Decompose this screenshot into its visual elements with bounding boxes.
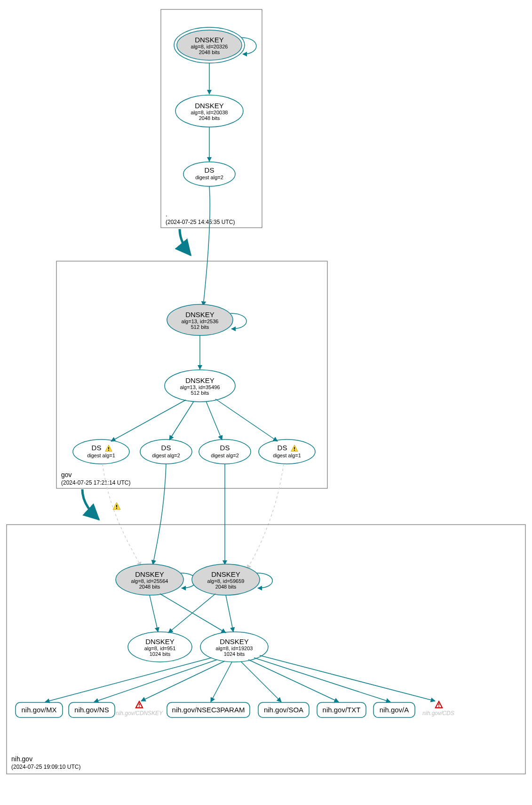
node-root-ksk: DNSKEY alg=8, id=20326 2048 bits (174, 27, 245, 63)
edge-gov-zsk-to-ds3 (206, 401, 222, 440)
node-gov-ds1: DS digest alg=1 (73, 439, 129, 464)
zone-root: . (2024-07-25 14:45:35 UTC) DNSKEY alg=8… (161, 9, 262, 228)
svg-text:nih.gov/MX: nih.gov/MX (21, 706, 56, 714)
rr-cds-phantom: nih.gov/CDS (422, 701, 454, 717)
svg-text:digest alg=2: digest alg=2 (211, 453, 239, 458)
node-gov-ds2: DS digest alg=2 (140, 439, 192, 464)
svg-text:alg=8, id=20038: alg=8, id=20038 (191, 110, 228, 115)
node-gov-ksk: DNSKEY alg=13, id=2536 512 bits (167, 304, 233, 335)
edge-nih-zsk2-to-mx (45, 658, 212, 702)
svg-text:DNSKEY: DNSKEY (185, 376, 214, 384)
zone-nih-timestamp: (2024-07-25 19:09:10 UTC) (11, 764, 80, 770)
node-root-ds: DS digest alg=2 (183, 162, 235, 186)
svg-text:alg=8, id=59659: alg=8, id=59659 (207, 578, 245, 584)
edge-nih-zsk2-to-nsec3p (211, 662, 232, 702)
node-gov-ds4: DS digest alg=1 (259, 439, 315, 464)
svg-text:digest alg=2: digest alg=2 (152, 453, 180, 458)
delegation-gov-to-nih (82, 489, 99, 519)
delegation-root-to-gov (180, 229, 191, 255)
svg-text:nih.gov/NSEC3PARAM: nih.gov/NSEC3PARAM (172, 706, 245, 714)
svg-text:nih.gov/NS: nih.gov/NS (74, 706, 109, 714)
svg-text:512 bits: 512 bits (191, 390, 209, 396)
svg-text:DNSKEY: DNSKEY (185, 311, 214, 319)
svg-text:DS: DS (220, 444, 230, 452)
edge-nih-zsk2-to-cdnskey (141, 661, 225, 701)
svg-point-26 (73, 439, 129, 464)
error-icon (136, 701, 143, 708)
rr-a: nih.gov/A (373, 702, 415, 717)
zone-nih-title: nih.gov (11, 755, 32, 763)
svg-text:alg=8, id=20326: alg=8, id=20326 (191, 44, 228, 49)
edge-nih-ksk2-to-zsk1 (168, 594, 215, 633)
edge-nih-ksk1-to-zsk1 (150, 595, 158, 632)
svg-text:DS: DS (205, 166, 214, 174)
svg-text:512 bits: 512 bits (191, 324, 209, 330)
warning-icon (113, 502, 120, 510)
node-nih-zsk1: DNSKEY alg=8, id=951 1024 bits (128, 632, 192, 662)
svg-point-35 (259, 439, 315, 464)
error-icon (436, 701, 442, 708)
svg-text:DNSKEY: DNSKEY (220, 638, 249, 646)
svg-text:DS: DS (161, 444, 171, 452)
svg-text:2048 bits: 2048 bits (215, 584, 237, 590)
rr-ns: nih.gov/NS (69, 702, 115, 717)
svg-text:digest alg=1: digest alg=1 (273, 453, 301, 458)
zone-gov: gov (2024-07-25 17:21:14 UTC) DNSKEY alg… (56, 261, 327, 488)
svg-text:digest alg=1: digest alg=1 (87, 453, 115, 458)
edge-nih-ksk2-to-zsk2 (226, 595, 233, 632)
svg-point-32 (199, 439, 251, 464)
svg-text:1024 bits: 1024 bits (224, 651, 245, 657)
svg-point-14 (183, 162, 235, 186)
svg-text:digest alg=2: digest alg=2 (195, 175, 223, 180)
edge-gov-ds4-to-nih-ksk2-dashed (247, 464, 284, 569)
edge-nih-zsk2-to-ns (94, 660, 217, 702)
node-root-zsk: DNSKEY alg=8, id=20038 2048 bits (175, 95, 243, 127)
svg-text:nih.gov/SOA: nih.gov/SOA (264, 706, 303, 714)
rr-soa: nih.gov/SOA (258, 702, 309, 717)
zone-root-timestamp: (2024-07-25 14:45:35 UTC) (166, 219, 235, 225)
svg-text:1024 bits: 1024 bits (150, 651, 171, 657)
zone-root-title: . (166, 210, 167, 218)
zone-nihgov: nih.gov (2024-07-25 19:09:10 UTC) DNSKEY… (7, 525, 525, 774)
svg-text:DNSKEY: DNSKEY (195, 36, 224, 44)
svg-text:nih.gov/CDS: nih.gov/CDS (422, 710, 454, 717)
node-nih-ksk1: DNSKEY alg=8, id=25564 2048 bits (116, 564, 183, 595)
dnssec-auth-graph: . (2024-07-25 14:45:35 UTC) DNSKEY alg=8… (0, 0, 532, 805)
svg-text:alg=8, id=25564: alg=8, id=25564 (131, 578, 168, 584)
svg-text:DS: DS (278, 444, 287, 452)
node-gov-ds3: DS digest alg=2 (199, 439, 251, 464)
svg-text:2048 bits: 2048 bits (139, 584, 160, 590)
zone-gov-title: gov (61, 471, 72, 478)
edge-gov-zsk-to-ds4 (215, 399, 278, 441)
svg-text:alg=13, id=2536: alg=13, id=2536 (182, 319, 219, 324)
edge-root-ds-to-gov-ksk (203, 186, 210, 306)
rr-mx: nih.gov/MX (16, 702, 63, 717)
edge-gov-zsk-to-ds1 (111, 400, 186, 441)
svg-text:nih.gov/CDNSKEY: nih.gov/CDNSKEY (116, 710, 163, 717)
svg-text:alg=8, id=19203: alg=8, id=19203 (216, 646, 253, 651)
svg-text:nih.gov/TXT: nih.gov/TXT (323, 706, 361, 714)
zone-gov-timestamp: (2024-07-25 17:21:14 UTC) (61, 479, 130, 486)
edge-nih-zsk2-to-cds (260, 655, 435, 701)
svg-text:2048 bits: 2048 bits (199, 115, 220, 121)
svg-text:alg=8, id=951: alg=8, id=951 (144, 646, 176, 651)
node-nih-zsk2: DNSKEY alg=8, id=19203 1024 bits (200, 632, 268, 662)
svg-text:DNSKEY: DNSKEY (135, 570, 164, 578)
svg-point-29 (140, 439, 192, 464)
rr-nsec3param: nih.gov/NSEC3PARAM (167, 702, 250, 717)
node-nih-ksk2: DNSKEY alg=8, id=59659 2048 bits (192, 564, 260, 595)
rr-txt: nih.gov/TXT (317, 702, 366, 717)
edge-gov-ds2-to-nih-ksk1 (153, 464, 166, 565)
svg-text:alg=13, id=35496: alg=13, id=35496 (180, 384, 220, 390)
edge-nih-zsk2-to-soa (241, 662, 281, 702)
svg-text:DS: DS (92, 444, 102, 452)
svg-text:2048 bits: 2048 bits (199, 49, 220, 55)
svg-text:DNSKEY: DNSKEY (195, 102, 224, 110)
svg-text:DNSKEY: DNSKEY (211, 570, 240, 578)
edge-nih-ksk1-to-zsk2 (160, 594, 226, 633)
svg-text:nih.gov/A: nih.gov/A (380, 706, 409, 714)
node-gov-zsk: DNSKEY alg=13, id=35496 512 bits (165, 370, 235, 402)
svg-text:DNSKEY: DNSKEY (145, 638, 175, 646)
rr-cdnskey-phantom: nih.gov/CDNSKEY (116, 701, 163, 717)
